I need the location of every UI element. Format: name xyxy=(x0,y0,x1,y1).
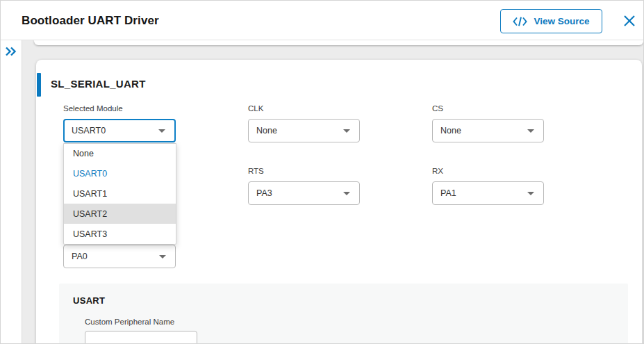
rx-value: PA1 xyxy=(440,188,456,198)
code-icon xyxy=(513,17,527,26)
dialog-header: Bootloader UART Driver View Source xyxy=(1,1,643,40)
usart-subsection: USART Custom Peripheral Name xyxy=(59,284,628,344)
dropdown-option-usart2[interactable]: USART2 xyxy=(64,204,176,224)
chevron-down-icon xyxy=(527,129,534,133)
selected-module-label: Selected Module xyxy=(63,104,176,113)
sidebar-rail xyxy=(1,40,22,343)
expand-sidebar-button[interactable] xyxy=(5,44,19,58)
rx-select[interactable]: PA1 xyxy=(432,181,544,205)
clk-value: None xyxy=(256,126,277,136)
dropdown-option-usart1[interactable]: USART1 xyxy=(64,184,176,204)
chevron-down-icon xyxy=(343,192,350,195)
custom-peripheral-name-label: Custom Peripheral Name xyxy=(85,317,174,327)
rts-value: PA3 xyxy=(256,188,272,198)
rts-select[interactable]: PA3 xyxy=(248,181,360,205)
view-source-label: View Source xyxy=(534,16,589,26)
usart-subsection-title: USART xyxy=(73,295,105,306)
section-accent-bar xyxy=(37,73,41,97)
selected-module-dropdown-menu: None USART0 USART1 USART2 USART3 xyxy=(63,143,176,245)
rx-label: RX xyxy=(432,166,544,176)
close-button[interactable] xyxy=(621,13,638,29)
row3-pin-value: PA0 xyxy=(72,252,88,261)
sl-serial-uart-card: SL_SERIAL_UART Selected Module CLK CS US… xyxy=(36,60,642,344)
dropdown-option-none[interactable]: None xyxy=(64,144,176,164)
previous-card-edge xyxy=(34,40,643,45)
chevron-down-icon xyxy=(159,255,166,259)
chevron-down-icon xyxy=(527,192,534,195)
clk-label: CLK xyxy=(248,104,360,113)
chevron-down-icon xyxy=(158,129,165,133)
page-title: Bootloader UART Driver xyxy=(22,1,159,40)
double-chevron-right-icon xyxy=(5,46,19,57)
dialog-bootloader-uart-driver: Bootloader UART Driver View Source xyxy=(0,0,644,344)
selected-module-value: USART0 xyxy=(72,126,106,136)
section-title: SL_SERIAL_UART xyxy=(51,78,146,90)
cs-value: None xyxy=(440,126,461,136)
close-icon xyxy=(623,15,636,27)
custom-peripheral-name-input[interactable] xyxy=(85,331,197,344)
chevron-down-icon xyxy=(343,129,350,133)
dropdown-option-usart0[interactable]: USART0 xyxy=(64,164,176,184)
dropdown-option-usart3[interactable]: USART3 xyxy=(64,224,176,244)
view-source-button[interactable]: View Source xyxy=(500,9,602,33)
cs-select[interactable]: None xyxy=(432,119,544,142)
cs-label: CS xyxy=(432,104,544,113)
rts-label: RTS xyxy=(248,166,360,176)
selected-module-select[interactable]: USART0 xyxy=(63,119,176,142)
row3-pin-select[interactable]: PA0 xyxy=(63,245,176,268)
clk-select[interactable]: None xyxy=(248,119,360,142)
